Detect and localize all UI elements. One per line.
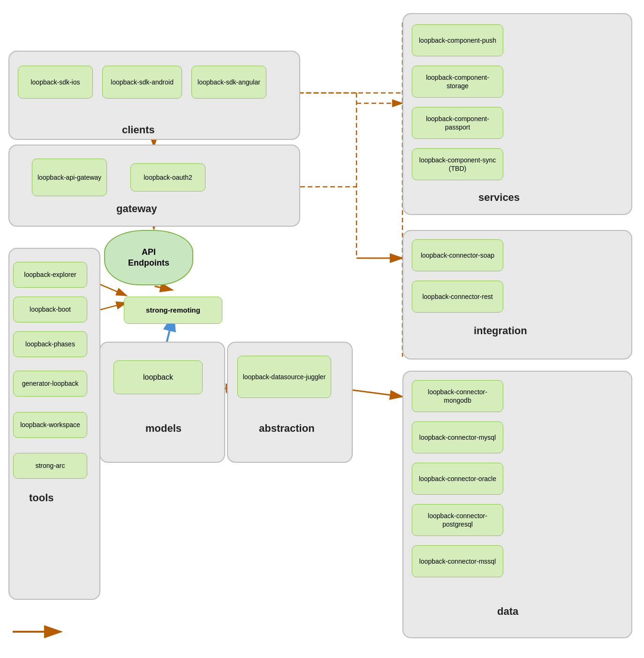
- sdk-angular-box: loopback-sdk-angular: [191, 66, 266, 99]
- conn-mongodb-box: loopback-connector-mongodb: [412, 380, 503, 412]
- comp-sync-label: loopback-component-sync (TBD): [416, 156, 499, 173]
- explorer-label: loopback-explorer: [24, 270, 76, 279]
- tools-label: tools: [29, 492, 54, 504]
- oauth2-box: loopback-oauth2: [130, 163, 205, 191]
- conn-oracle-box: loopback-connector-oracle: [412, 463, 503, 495]
- comp-push-label: loopback-component-push: [419, 36, 496, 45]
- oauth2-label: loopback-oauth2: [144, 173, 192, 182]
- conn-mssql-box: loopback-connector-mssql: [412, 545, 503, 577]
- models-label: models: [145, 422, 182, 435]
- conn-mongodb-label: loopback-connector-mongodb: [416, 388, 499, 405]
- conn-postgresql-label: loopback-connector-postgresql: [416, 512, 499, 528]
- conn-rest-label: loopback-connector-rest: [422, 292, 492, 301]
- datasource-juggler-box: loopback-datasource-juggler: [237, 356, 331, 398]
- clients-label: clients: [122, 124, 155, 136]
- api-endpoints-cloud: APIEndpoints: [104, 230, 193, 285]
- phases-box: loopback-phases: [13, 331, 87, 357]
- legend-arrow: [10, 625, 67, 638]
- workspace-box: loopback-workspace: [13, 412, 87, 438]
- conn-soap-label: loopback-connector-soap: [421, 251, 494, 260]
- comp-passport-label: loopback-component-passport: [416, 115, 499, 131]
- sdk-android-box: loopback-sdk-android: [102, 66, 182, 99]
- comp-storage-box: loopback-component-storage: [412, 66, 503, 98]
- conn-mysql-box: loopback-connector-mysql: [412, 421, 503, 453]
- conn-mysql-label: loopback-connector-mysql: [419, 433, 496, 442]
- conn-mssql-label: loopback-connector-mssql: [419, 557, 496, 566]
- comp-push-box: loopback-component-push: [412, 24, 503, 56]
- loopback-core-box: loopback: [114, 360, 203, 394]
- abstraction-label: abstraction: [259, 422, 315, 435]
- sdk-angular-label: loopback-sdk-angular: [197, 78, 260, 86]
- api-gateway-box: loopback-api-gateway: [32, 159, 107, 196]
- sdk-android-label: loopback-sdk-android: [111, 78, 174, 86]
- legend-arrow-svg: [10, 625, 67, 638]
- data-label: data: [497, 605, 518, 618]
- integration-label: integration: [474, 325, 527, 337]
- strong-remoting-box: strong-remoting: [124, 297, 222, 324]
- conn-postgresql-box: loopback-connector-postgresql: [412, 504, 503, 536]
- boot-box: loopback-boot: [13, 297, 87, 322]
- loopback-core-label: loopback: [143, 373, 173, 383]
- diagram: loopback-sdk-ios loopback-sdk-android lo…: [0, 0, 644, 658]
- explorer-box: loopback-explorer: [13, 262, 87, 288]
- conn-rest-box: loopback-connector-rest: [412, 281, 503, 313]
- services-label: services: [478, 191, 520, 204]
- comp-passport-box: loopback-component-passport: [412, 107, 503, 139]
- strong-arc-label: strong-arc: [35, 461, 65, 470]
- strong-arc-box: strong-arc: [13, 453, 87, 479]
- generator-loopback-label: generator-loopback: [22, 379, 79, 388]
- comp-storage-label: loopback-component-storage: [416, 73, 499, 90]
- gateway-label: gateway: [116, 203, 157, 215]
- api-endpoints-label: APIEndpoints: [128, 247, 169, 269]
- datasource-juggler-label: loopback-datasource-juggler: [243, 373, 326, 381]
- conn-soap-box: loopback-connector-soap: [412, 239, 503, 271]
- workspace-label: loopback-workspace: [20, 421, 80, 429]
- phases-label: loopback-phases: [25, 340, 75, 348]
- sdk-ios-label: loopback-sdk-ios: [30, 78, 80, 86]
- comp-sync-box: loopback-component-sync (TBD): [412, 148, 503, 180]
- sdk-ios-box: loopback-sdk-ios: [18, 66, 93, 99]
- models-group: [99, 342, 225, 463]
- conn-oracle-label: loopback-connector-oracle: [419, 474, 496, 483]
- strong-remoting-label: strong-remoting: [146, 306, 200, 315]
- generator-loopback-box: generator-loopback: [13, 371, 87, 397]
- boot-label: loopback-boot: [30, 305, 71, 314]
- api-gateway-label: loopback-api-gateway: [38, 173, 101, 182]
- svg-line-6: [155, 286, 173, 290]
